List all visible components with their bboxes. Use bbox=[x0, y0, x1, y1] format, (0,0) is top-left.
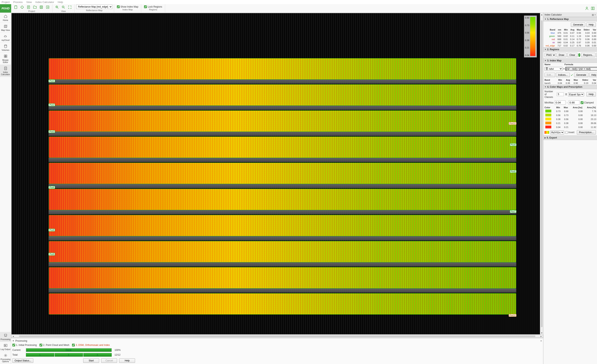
max-input[interactable] bbox=[569, 101, 580, 105]
left-sidebar: Home Map View rayCloud Volumes Mosaic Ed… bbox=[0, 13, 11, 364]
generate-button[interactable]: Generate bbox=[571, 23, 585, 27]
plot-tag[interactable]: Plot6 bbox=[48, 186, 55, 189]
plot-tag[interactable]: Plot10 bbox=[509, 122, 516, 125]
plot-tag[interactable]: Plot5 bbox=[510, 170, 516, 173]
formula-label: Formula bbox=[565, 63, 573, 66]
target-icon[interactable] bbox=[20, 5, 24, 9]
section-reflectance-map[interactable]: ▼1. Reflectance Map bbox=[543, 17, 597, 21]
save-icon[interactable] bbox=[39, 5, 43, 9]
undock-icon[interactable]: ▥ bbox=[592, 14, 594, 16]
row-gap bbox=[49, 184, 516, 188]
help-button[interactable]: Help bbox=[586, 92, 596, 96]
seg-2: 2. bbox=[55, 353, 83, 357]
menu-process[interactable]: Process bbox=[13, 0, 23, 4]
caret-down-icon[interactable]: ▼ bbox=[12, 340, 14, 342]
regions-button[interactable]: Regions.. bbox=[581, 53, 596, 57]
reflectance-table: BandnmMinAvgMaxStdevVar blue4750.010.070… bbox=[543, 28, 597, 47]
invert-label: Invert bbox=[568, 131, 574, 134]
help-button[interactable]: Help bbox=[596, 53, 597, 57]
plot-tag[interactable]: Plot9 bbox=[48, 253, 55, 256]
svg-rect-13 bbox=[4, 55, 5, 56]
table-row: 0.560.730.0018.13 bbox=[543, 113, 597, 117]
crop-row bbox=[49, 137, 516, 158]
legend-tick: 0.90 bbox=[525, 16, 529, 19]
check-ok-icon: ✓ bbox=[578, 53, 580, 57]
svg-point-9 bbox=[586, 7, 588, 8]
step-1-check[interactable]: 1. Initial Processing bbox=[12, 344, 37, 347]
plot-select[interactable]: Plot1 bbox=[544, 53, 556, 57]
indices-button[interactable]: Indices... bbox=[556, 73, 570, 77]
clear-button[interactable]: Clear bbox=[567, 53, 577, 57]
report-icon[interactable] bbox=[26, 5, 31, 9]
invert-check[interactable] bbox=[565, 131, 568, 134]
zoom-out-icon[interactable] bbox=[61, 5, 66, 9]
menu-view[interactable]: View bbox=[26, 0, 32, 4]
edit-button[interactable]: Edit... bbox=[544, 73, 555, 77]
menu-index-calculator[interactable]: Index Calculator bbox=[35, 0, 54, 4]
current-pct: 100% bbox=[115, 349, 121, 351]
sidebar-item-home[interactable]: Home bbox=[0, 13, 11, 23]
row-gap bbox=[49, 288, 516, 293]
help-button[interactable]: Help bbox=[119, 358, 135, 363]
panel-close-icon[interactable]: × bbox=[595, 14, 596, 16]
formula-input[interactable] bbox=[566, 67, 597, 71]
step-3-check[interactable]: 3. DSM, Orthomosaic and Index bbox=[72, 344, 110, 347]
sidebar-item-mapview[interactable]: Map View bbox=[0, 23, 11, 33]
plot-tag[interactable]: Plot1 bbox=[48, 79, 55, 82]
zoom-in-icon[interactable] bbox=[55, 5, 59, 9]
svg-rect-15 bbox=[4, 56, 5, 58]
sidebar-item-volumes[interactable]: Volumes bbox=[0, 43, 11, 53]
fit-icon[interactable] bbox=[68, 5, 72, 9]
sidebar-item-processing[interactable]: Processing bbox=[0, 332, 11, 342]
sidebar-item-logoutput[interactable]: Log Output bbox=[0, 342, 11, 352]
plot-tag[interactable]: Plot10 bbox=[509, 314, 516, 317]
sidebar-item-indexcalc[interactable]: Index Calculator bbox=[0, 65, 11, 77]
index-name-select[interactable]: 🗄 ndvi bbox=[544, 67, 563, 71]
plot-tag[interactable]: Plot8 bbox=[48, 229, 55, 232]
horizontal-scrollbar[interactable]: ◂▸ bbox=[11, 335, 543, 338]
plot-tag[interactable]: Plot4 bbox=[510, 143, 516, 146]
min-input[interactable] bbox=[555, 101, 566, 105]
cell: 0.21 bbox=[561, 125, 569, 129]
sidebar-item-mosaic[interactable]: Mosaic Editor bbox=[0, 53, 11, 65]
section-colormaps[interactable]: ▼4. Color Maps and Prescription bbox=[543, 85, 597, 89]
plot-tag[interactable]: Plot3 bbox=[48, 130, 55, 133]
numclasses-input[interactable] bbox=[557, 93, 564, 96]
output-status-button[interactable]: Output Status... bbox=[12, 358, 33, 363]
menu-project[interactable]: Project bbox=[2, 0, 10, 4]
vertical-scrollbar[interactable]: ▴▾ bbox=[540, 13, 543, 335]
map-canvas[interactable]: Plot1Plot2Plot3Plot4Plot5Plot6Plot7Plot8… bbox=[11, 13, 543, 334]
export-icon[interactable] bbox=[46, 5, 50, 9]
close-icon[interactable]: × bbox=[540, 339, 542, 342]
section-index-map[interactable]: ▼3. Index Map bbox=[543, 58, 597, 63]
layout-icon[interactable] bbox=[591, 6, 595, 11]
step-2-check[interactable]: 2. Point Cloud and Mesh bbox=[39, 344, 69, 347]
generate-index-button[interactable]: Generate bbox=[574, 73, 589, 77]
lock-regions-check[interactable] bbox=[144, 5, 147, 8]
caret-down-icon: ▼ bbox=[544, 48, 546, 50]
section-regions[interactable]: ▼2. Regions bbox=[543, 47, 597, 52]
clamped-check[interactable] bbox=[581, 101, 583, 104]
spacing-select[interactable]: Equal Spac bbox=[568, 93, 584, 96]
cell: 23.13 bbox=[583, 117, 597, 121]
section-export[interactable]: ▶5. Export bbox=[543, 136, 597, 140]
menu-help[interactable]: Help bbox=[58, 0, 63, 4]
plot-tag[interactable]: Plot7 bbox=[510, 210, 516, 213]
user-icon[interactable] bbox=[585, 6, 589, 11]
help-button[interactable]: Help bbox=[586, 23, 596, 27]
cell: 0.06 bbox=[582, 44, 590, 47]
sidebar-item-procoptions[interactable]: Processing Options bbox=[0, 352, 11, 364]
show-index-map-check[interactable] bbox=[117, 5, 120, 8]
start-button[interactable]: Start bbox=[83, 358, 99, 363]
plot-tag[interactable]: Plot2 bbox=[48, 103, 55, 106]
open-folder-icon[interactable] bbox=[33, 5, 37, 9]
reflectance-map-select[interactable]: Reflectance Map [red_edge] bbox=[76, 5, 112, 9]
sidebar-item-raycloud[interactable]: rayCloud bbox=[0, 33, 11, 43]
draw-button[interactable]: Draw bbox=[557, 53, 566, 57]
help-button[interactable]: Help bbox=[589, 73, 597, 77]
palette-select[interactable]: RdYlGn bbox=[550, 131, 564, 134]
new-project-icon[interactable] bbox=[14, 5, 18, 9]
cancel-button[interactable]: Cancel bbox=[101, 358, 117, 363]
prescription-button[interactable]: Prescription... bbox=[577, 130, 596, 135]
spinner-arrows[interactable]: ▲▼ bbox=[565, 93, 567, 96]
